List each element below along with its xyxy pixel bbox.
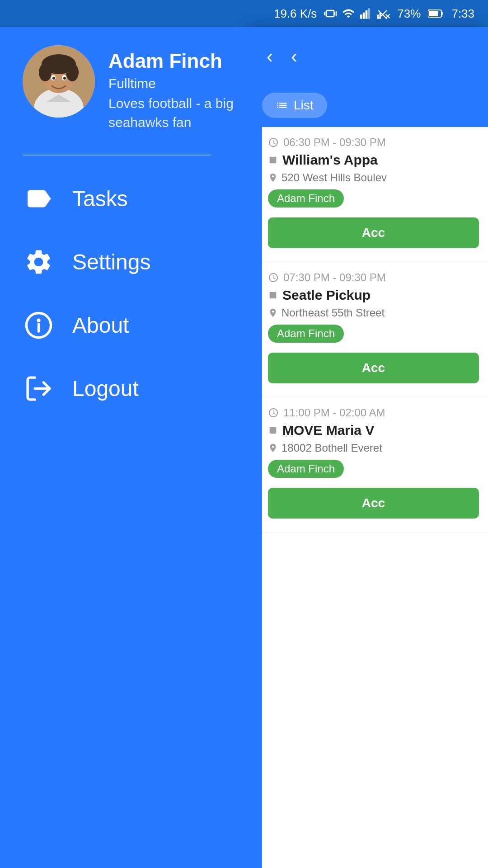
event-assignee-tag-3: Adam Finch: [268, 460, 344, 478]
event-time-3: 11:00 PM - 02:00 AM: [268, 406, 479, 419]
event-accept-btn-1[interactable]: Acc: [268, 217, 479, 248]
list-toggle-button[interactable]: List: [262, 93, 327, 118]
network-speed: 19.6 K/s: [274, 7, 317, 21]
tasks-label: Tasks: [72, 186, 128, 211]
sidebar-item-tasks[interactable]: Tasks: [23, 183, 244, 214]
event-time-1: 06:30 PM - 09:30 PM: [268, 136, 479, 149]
pin-icon-1: [268, 173, 278, 183]
svg-point-14: [39, 63, 52, 81]
event-card-3: 11:00 PM - 02:00 AM MOVE Maria V 18002 B…: [249, 397, 488, 533]
event-content-2: 07:30 PM - 09:30 PM Seatle Pickup Northe…: [268, 271, 479, 397]
logout-label: Logout: [72, 376, 139, 401]
status-icons: ✕: [324, 7, 390, 20]
battery-icon: [428, 7, 444, 20]
event-card-1: 06:30 PM - 09:30 PM William's Appa 520 W…: [249, 127, 488, 262]
event-location-2: Northeast 55th Street: [268, 307, 479, 319]
pin-icon-2: [268, 308, 278, 318]
avatar-image: [23, 45, 95, 118]
svg-rect-8: [429, 11, 438, 16]
pin-icon-3: [268, 443, 278, 453]
battery-percent: 73%: [397, 7, 421, 21]
event-content-1: 06:30 PM - 09:30 PM William's Appa 520 W…: [268, 136, 479, 262]
list-icon: [276, 99, 288, 112]
event-assignee-tag-1: Adam Finch: [268, 189, 344, 208]
event-title-1: William's Appa: [282, 152, 378, 168]
svg-rect-24: [270, 157, 277, 164]
event-title-row-2: Seatle Pickup: [268, 288, 479, 303]
time: 7:33: [451, 7, 474, 21]
sidebar: Adam Finch Fulltime Loves football - a b…: [0, 27, 262, 868]
dot-icon-1: [268, 155, 278, 165]
svg-point-19: [63, 77, 66, 80]
event-location-text-1: 520 West Hills Boulev: [282, 171, 387, 184]
event-content-3: 11:00 PM - 02:00 AM MOVE Maria V 18002 B…: [268, 406, 479, 532]
profile-section: Adam Finch Fulltime Loves football - a b…: [23, 45, 244, 132]
svg-rect-1: [363, 13, 365, 19]
sidebar-item-settings[interactable]: Settings: [23, 246, 244, 278]
event-location-3: 18002 Bothell Everet: [268, 442, 479, 454]
event-location-text-2: Northeast 55th Street: [282, 307, 385, 319]
vibrate-icon: [324, 7, 337, 20]
list-toggle-area: List: [249, 86, 488, 127]
event-assignee-tag-2: Adam Finch: [268, 325, 344, 343]
event-title-row-1: William's Appa: [268, 152, 479, 168]
event-location-text-3: 18002 Bothell Everet: [282, 442, 382, 454]
sidebar-item-about[interactable]: About: [23, 309, 244, 341]
clock-icon-2: [268, 272, 279, 283]
events-list: 06:30 PM - 09:30 PM William's Appa 520 W…: [249, 127, 488, 868]
event-time-2: 07:30 PM - 09:30 PM: [268, 271, 479, 284]
svg-rect-4: [377, 14, 379, 19]
profile-info: Adam Finch Fulltime Loves football - a b…: [108, 45, 244, 132]
status-bar: 19.6 K/s ✕ 73% 7:33: [0, 0, 488, 27]
event-title-2: Seatle Pickup: [282, 288, 371, 303]
sidebar-item-logout[interactable]: Logout: [23, 373, 244, 404]
about-icon: [23, 309, 54, 341]
profile-role: Fulltime: [108, 76, 244, 91]
profile-divider: [23, 155, 211, 156]
signal-x-icon: ✕: [377, 7, 390, 20]
svg-point-18: [52, 77, 55, 80]
main-layout: Adam Finch Fulltime Loves football - a b…: [0, 27, 488, 868]
svg-rect-5: [380, 13, 381, 19]
clock-icon-1: [268, 137, 279, 148]
back-button-1[interactable]: ‹: [262, 41, 277, 72]
right-panel: ‹ ‹ List 06:30 PM - 09:30 PM: [249, 27, 488, 868]
svg-point-15: [66, 63, 79, 81]
tasks-icon: [23, 183, 54, 214]
settings-icon: [23, 246, 54, 278]
logout-icon: [23, 373, 54, 404]
event-accept-btn-3[interactable]: Acc: [268, 488, 479, 519]
dot-icon-2: [268, 290, 278, 300]
svg-rect-0: [360, 14, 362, 19]
avatar: [23, 45, 95, 118]
dot-icon-3: [268, 425, 278, 435]
svg-text:✕: ✕: [385, 12, 390, 20]
event-title-3: MOVE Maria V: [282, 423, 374, 438]
signal-icon: [360, 7, 373, 20]
back-button-2[interactable]: ‹: [286, 41, 302, 72]
svg-rect-3: [368, 8, 371, 19]
profile-name: Adam Finch: [108, 50, 244, 72]
event-location-1: 520 West Hills Boulev: [268, 171, 479, 184]
wifi-icon: [341, 7, 356, 20]
clock-icon-3: [268, 407, 279, 418]
event-accept-btn-2[interactable]: Acc: [268, 353, 479, 383]
right-panel-header: ‹ ‹: [249, 27, 488, 86]
list-toggle-label: List: [294, 98, 314, 113]
svg-rect-2: [366, 10, 368, 19]
settings-label: Settings: [72, 250, 150, 274]
svg-rect-9: [441, 12, 443, 15]
event-card-2: 07:30 PM - 09:30 PM Seatle Pickup Northe…: [249, 262, 488, 397]
profile-bio: Loves football - a big seahawks fan: [108, 94, 244, 132]
about-label: About: [72, 313, 129, 338]
svg-rect-26: [270, 427, 277, 434]
event-title-row-3: MOVE Maria V: [268, 423, 479, 438]
svg-rect-25: [270, 292, 277, 299]
